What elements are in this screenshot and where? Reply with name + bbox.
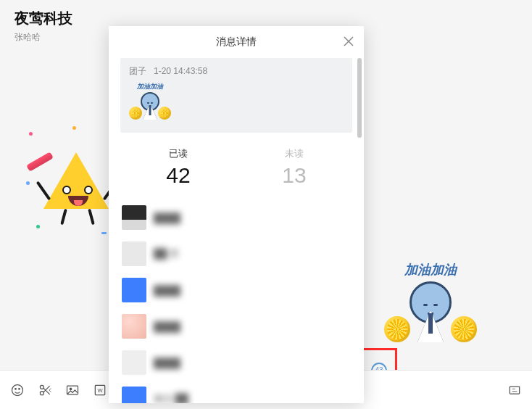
reader-list[interactable]: ████ ██ 西 ████ ████ ████ 微信 ██	[120, 199, 352, 403]
modal-title: 消息详情	[216, 36, 257, 49]
read-tabs: 已读 未读	[120, 141, 352, 163]
message-timestamp: 1-20 14:43:58	[154, 66, 207, 76]
count-read: 42	[120, 163, 236, 195]
read-counts: 42 13	[120, 163, 352, 195]
svg-point-0	[12, 384, 23, 395]
svg-point-6	[70, 388, 72, 390]
chat-window: 夜莺科技 张哈哈 加油加油	[0, 0, 532, 409]
tab-unread[interactable]: 未读	[236, 141, 352, 163]
message-sender: 团子	[129, 66, 146, 76]
history-icon[interactable]	[507, 383, 522, 397]
avatar	[122, 387, 146, 403]
avatar	[122, 241, 146, 266]
svg-point-1	[15, 388, 17, 389]
message-preview: 团子 1-20 14:43:58 加油加油	[120, 58, 352, 133]
modal-body: 团子 1-20 14:43:58 加油加油 已读 未读 42 13	[109, 58, 364, 403]
modal-header: 消息详情	[109, 26, 364, 58]
list-item[interactable]: ████	[120, 344, 352, 381]
sticker-caption: 加油加油	[387, 261, 474, 278]
avatar	[122, 314, 146, 339]
avatar	[122, 350, 146, 375]
count-unread: 13	[236, 163, 352, 195]
emoji-icon[interactable]	[10, 383, 25, 397]
chat-title: 夜莺科技	[14, 9, 518, 28]
message-details-modal: 消息详情 团子 1-20 14:43:58 加油加油	[109, 26, 364, 403]
list-item[interactable]: ████	[120, 272, 352, 308]
scissors-icon[interactable]	[38, 383, 52, 397]
sent-message-sticker[interactable]: 加油加油	[387, 261, 489, 363]
svg-rect-9	[510, 387, 519, 394]
close-button[interactable]	[341, 33, 357, 49]
image-icon[interactable]	[65, 383, 80, 397]
avatar	[122, 278, 146, 302]
list-item[interactable]: ██ 西	[120, 236, 352, 272]
message-meta: 团子 1-20 14:43:58	[129, 65, 344, 78]
svg-point-2	[19, 388, 20, 389]
list-item[interactable]: ████	[120, 308, 352, 344]
list-item[interactable]: ████	[120, 199, 352, 236]
scrollbar-thumb[interactable]	[357, 58, 362, 138]
list-item[interactable]: 微信 ██	[120, 381, 352, 403]
avatar	[122, 205, 146, 230]
message-sticker-thumb: 加油加油	[129, 82, 171, 124]
file-icon[interactable]: W	[93, 383, 107, 397]
tab-read[interactable]: 已读	[120, 141, 236, 163]
svg-text:W: W	[97, 387, 103, 393]
